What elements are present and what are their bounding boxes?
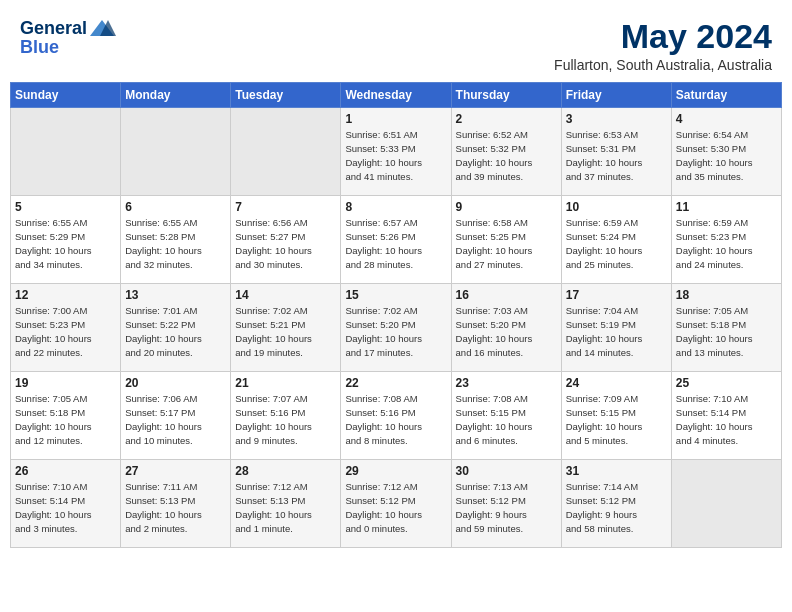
weekday-header-tuesday: Tuesday xyxy=(231,83,341,108)
cell-content: Sunrise: 7:02 AM Sunset: 5:20 PM Dayligh… xyxy=(345,304,446,359)
cell-content: Sunrise: 7:11 AM Sunset: 5:13 PM Dayligh… xyxy=(125,480,226,535)
day-number: 20 xyxy=(125,376,226,390)
calendar-cell: 20Sunrise: 7:06 AM Sunset: 5:17 PM Dayli… xyxy=(121,372,231,460)
calendar-cell: 4Sunrise: 6:54 AM Sunset: 5:30 PM Daylig… xyxy=(671,108,781,196)
cell-content: Sunrise: 7:10 AM Sunset: 5:14 PM Dayligh… xyxy=(15,480,116,535)
cell-content: Sunrise: 7:12 AM Sunset: 5:13 PM Dayligh… xyxy=(235,480,336,535)
calendar-cell: 3Sunrise: 6:53 AM Sunset: 5:31 PM Daylig… xyxy=(561,108,671,196)
calendar-cell: 23Sunrise: 7:08 AM Sunset: 5:15 PM Dayli… xyxy=(451,372,561,460)
calendar-cell: 24Sunrise: 7:09 AM Sunset: 5:15 PM Dayli… xyxy=(561,372,671,460)
cell-content: Sunrise: 7:13 AM Sunset: 5:12 PM Dayligh… xyxy=(456,480,557,535)
cell-content: Sunrise: 6:57 AM Sunset: 5:26 PM Dayligh… xyxy=(345,216,446,271)
cell-content: Sunrise: 7:08 AM Sunset: 5:15 PM Dayligh… xyxy=(456,392,557,447)
calendar-cell: 18Sunrise: 7:05 AM Sunset: 5:18 PM Dayli… xyxy=(671,284,781,372)
calendar-cell: 21Sunrise: 7:07 AM Sunset: 5:16 PM Dayli… xyxy=(231,372,341,460)
weekday-header-saturday: Saturday xyxy=(671,83,781,108)
day-number: 22 xyxy=(345,376,446,390)
calendar-cell: 13Sunrise: 7:01 AM Sunset: 5:22 PM Dayli… xyxy=(121,284,231,372)
day-number: 30 xyxy=(456,464,557,478)
calendar-cell: 27Sunrise: 7:11 AM Sunset: 5:13 PM Dayli… xyxy=(121,460,231,548)
day-number: 16 xyxy=(456,288,557,302)
cell-content: Sunrise: 7:05 AM Sunset: 5:18 PM Dayligh… xyxy=(15,392,116,447)
cell-content: Sunrise: 6:54 AM Sunset: 5:30 PM Dayligh… xyxy=(676,128,777,183)
day-number: 11 xyxy=(676,200,777,214)
day-number: 3 xyxy=(566,112,667,126)
day-number: 13 xyxy=(125,288,226,302)
calendar-cell xyxy=(121,108,231,196)
day-number: 15 xyxy=(345,288,446,302)
day-number: 28 xyxy=(235,464,336,478)
cell-content: Sunrise: 7:07 AM Sunset: 5:16 PM Dayligh… xyxy=(235,392,336,447)
day-number: 23 xyxy=(456,376,557,390)
title-block: May 2024 Fullarton, South Australia, Aus… xyxy=(554,18,772,73)
cell-content: Sunrise: 7:05 AM Sunset: 5:18 PM Dayligh… xyxy=(676,304,777,359)
calendar-cell xyxy=(11,108,121,196)
day-number: 24 xyxy=(566,376,667,390)
cell-content: Sunrise: 6:52 AM Sunset: 5:32 PM Dayligh… xyxy=(456,128,557,183)
calendar-cell: 12Sunrise: 7:00 AM Sunset: 5:23 PM Dayli… xyxy=(11,284,121,372)
day-number: 17 xyxy=(566,288,667,302)
cell-content: Sunrise: 6:59 AM Sunset: 5:24 PM Dayligh… xyxy=(566,216,667,271)
day-number: 29 xyxy=(345,464,446,478)
location-title: Fullarton, South Australia, Australia xyxy=(554,57,772,73)
day-number: 31 xyxy=(566,464,667,478)
calendar-cell: 5Sunrise: 6:55 AM Sunset: 5:29 PM Daylig… xyxy=(11,196,121,284)
cell-content: Sunrise: 7:08 AM Sunset: 5:16 PM Dayligh… xyxy=(345,392,446,447)
cell-content: Sunrise: 7:04 AM Sunset: 5:19 PM Dayligh… xyxy=(566,304,667,359)
day-number: 5 xyxy=(15,200,116,214)
cell-content: Sunrise: 7:03 AM Sunset: 5:20 PM Dayligh… xyxy=(456,304,557,359)
calendar-cell: 16Sunrise: 7:03 AM Sunset: 5:20 PM Dayli… xyxy=(451,284,561,372)
logo-blue: Blue xyxy=(20,38,116,58)
day-number: 2 xyxy=(456,112,557,126)
calendar-cell: 10Sunrise: 6:59 AM Sunset: 5:24 PM Dayli… xyxy=(561,196,671,284)
weekday-header-friday: Friday xyxy=(561,83,671,108)
calendar-cell: 6Sunrise: 6:55 AM Sunset: 5:28 PM Daylig… xyxy=(121,196,231,284)
calendar-cell: 26Sunrise: 7:10 AM Sunset: 5:14 PM Dayli… xyxy=(11,460,121,548)
day-number: 14 xyxy=(235,288,336,302)
day-number: 27 xyxy=(125,464,226,478)
cell-content: Sunrise: 7:01 AM Sunset: 5:22 PM Dayligh… xyxy=(125,304,226,359)
cell-content: Sunrise: 6:59 AM Sunset: 5:23 PM Dayligh… xyxy=(676,216,777,271)
calendar-cell: 14Sunrise: 7:02 AM Sunset: 5:21 PM Dayli… xyxy=(231,284,341,372)
month-title: May 2024 xyxy=(554,18,772,55)
day-number: 7 xyxy=(235,200,336,214)
calendar-cell: 29Sunrise: 7:12 AM Sunset: 5:12 PM Dayli… xyxy=(341,460,451,548)
calendar-cell: 30Sunrise: 7:13 AM Sunset: 5:12 PM Dayli… xyxy=(451,460,561,548)
cell-content: Sunrise: 7:10 AM Sunset: 5:14 PM Dayligh… xyxy=(676,392,777,447)
page-header: General Blue May 2024 Fullarton, South A… xyxy=(10,10,782,78)
day-number: 21 xyxy=(235,376,336,390)
calendar-cell: 1Sunrise: 6:51 AM Sunset: 5:33 PM Daylig… xyxy=(341,108,451,196)
day-number: 18 xyxy=(676,288,777,302)
calendar-cell: 28Sunrise: 7:12 AM Sunset: 5:13 PM Dayli… xyxy=(231,460,341,548)
calendar-cell: 19Sunrise: 7:05 AM Sunset: 5:18 PM Dayli… xyxy=(11,372,121,460)
calendar-cell: 17Sunrise: 7:04 AM Sunset: 5:19 PM Dayli… xyxy=(561,284,671,372)
cell-content: Sunrise: 7:12 AM Sunset: 5:12 PM Dayligh… xyxy=(345,480,446,535)
calendar-cell: 11Sunrise: 6:59 AM Sunset: 5:23 PM Dayli… xyxy=(671,196,781,284)
cell-content: Sunrise: 6:56 AM Sunset: 5:27 PM Dayligh… xyxy=(235,216,336,271)
cell-content: Sunrise: 6:58 AM Sunset: 5:25 PM Dayligh… xyxy=(456,216,557,271)
cell-content: Sunrise: 6:55 AM Sunset: 5:29 PM Dayligh… xyxy=(15,216,116,271)
day-number: 8 xyxy=(345,200,446,214)
cell-content: Sunrise: 7:14 AM Sunset: 5:12 PM Dayligh… xyxy=(566,480,667,535)
calendar-cell xyxy=(231,108,341,196)
calendar-cell: 31Sunrise: 7:14 AM Sunset: 5:12 PM Dayli… xyxy=(561,460,671,548)
calendar-cell xyxy=(671,460,781,548)
cell-content: Sunrise: 6:51 AM Sunset: 5:33 PM Dayligh… xyxy=(345,128,446,183)
calendar-cell: 9Sunrise: 6:58 AM Sunset: 5:25 PM Daylig… xyxy=(451,196,561,284)
weekday-header-wednesday: Wednesday xyxy=(341,83,451,108)
calendar-table: SundayMondayTuesdayWednesdayThursdayFrid… xyxy=(10,82,782,548)
day-number: 19 xyxy=(15,376,116,390)
calendar-cell: 8Sunrise: 6:57 AM Sunset: 5:26 PM Daylig… xyxy=(341,196,451,284)
calendar-cell: 2Sunrise: 6:52 AM Sunset: 5:32 PM Daylig… xyxy=(451,108,561,196)
day-number: 1 xyxy=(345,112,446,126)
cell-content: Sunrise: 6:53 AM Sunset: 5:31 PM Dayligh… xyxy=(566,128,667,183)
logo: General Blue xyxy=(20,18,116,58)
day-number: 26 xyxy=(15,464,116,478)
day-number: 9 xyxy=(456,200,557,214)
day-number: 10 xyxy=(566,200,667,214)
day-number: 4 xyxy=(676,112,777,126)
cell-content: Sunrise: 6:55 AM Sunset: 5:28 PM Dayligh… xyxy=(125,216,226,271)
cell-content: Sunrise: 7:00 AM Sunset: 5:23 PM Dayligh… xyxy=(15,304,116,359)
cell-content: Sunrise: 7:06 AM Sunset: 5:17 PM Dayligh… xyxy=(125,392,226,447)
calendar-cell: 15Sunrise: 7:02 AM Sunset: 5:20 PM Dayli… xyxy=(341,284,451,372)
